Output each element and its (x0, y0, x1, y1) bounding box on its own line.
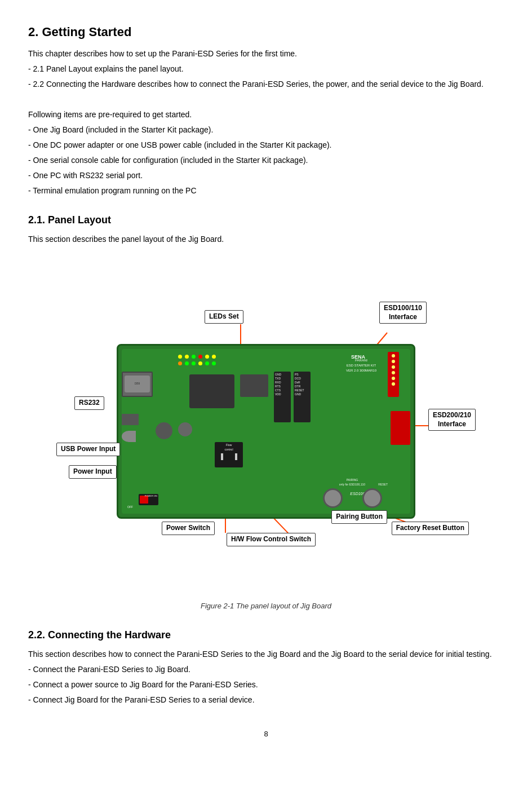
esd200-connector (391, 411, 410, 445)
esd100-label: ESD100/110Interface (379, 302, 427, 324)
power-switch-component: POWER ON (139, 494, 158, 505)
power-switch-label: Power Switch (162, 522, 215, 535)
connecting-section: This section describes how to connect th… (28, 648, 504, 706)
intro-p1: This chapter describes how to set up the… (28, 48, 504, 60)
pairing-button-component (323, 488, 343, 508)
main-chip (189, 374, 234, 408)
intro-p8: - One serial console cable for configura… (28, 154, 504, 166)
intro-p3: - 2.2 Connecting the Hardware describes … (28, 78, 504, 90)
intro-p9: - One PC with RS232 serial port. (28, 170, 504, 182)
chip2 (240, 374, 268, 397)
dc-jack (122, 431, 136, 442)
intro-blank (28, 94, 504, 105)
usb-power-label: USB Power Input (56, 443, 120, 456)
intro-p7: - One DC power adapter or one USB power … (28, 139, 504, 151)
intro-section: This chapter describes how to set up the… (28, 48, 504, 197)
intro-p5: Following items are pre-required to get … (28, 109, 504, 121)
intro-p6: - One Jig Board (included in the Starter… (28, 124, 504, 136)
connecting-p2: - Connect the Parani-ESD Series to Jig B… (28, 664, 504, 675)
connecting-p4: - Connect Jig Board for the Parani-ESD S… (28, 694, 504, 706)
pin-header: GNDTXDRXDRTSCTSVDD (274, 372, 291, 422)
leds-set-label: LEDs Set (205, 310, 243, 324)
esd200-label: ESD200/210Interface (428, 409, 476, 431)
connecting-p1: This section describes how to connect th… (28, 648, 504, 660)
factory-reset-label: Factory Reset Button (392, 522, 469, 535)
intro-p10: - Terminal emulation program running on … (28, 185, 504, 197)
esd100-connector (388, 352, 399, 397)
rs232-connector: DB9 (122, 372, 153, 397)
hw-flow-label: H/W Flow Control Switch (227, 533, 316, 546)
panel-layout-heading: 2.1. Panel Layout (28, 213, 504, 228)
pairing-button-label: Pairing Button (331, 510, 387, 524)
main-heading: 2. Getting Started (28, 23, 504, 41)
led-row (178, 355, 216, 359)
page-number: 8 (28, 728, 504, 740)
pin-header2: PSDCDDsRDTRRESETGND (294, 372, 311, 422)
connecting-p3: - Connect a power source to Jig Board fo… (28, 679, 504, 691)
intro-p2: - 2.1 Panel Layout explains the panel la… (28, 63, 504, 75)
power-input-label: Power Input (69, 465, 117, 479)
rs232-label: RS232 (74, 396, 104, 410)
flow-control-switch: Flowcontrol (215, 442, 243, 467)
factory-reset-button-component (362, 488, 382, 508)
usb-connector (122, 414, 139, 425)
connecting-heading: 2.2. Connecting the Hardware (28, 628, 504, 643)
panel-layout-desc: This section describes the panel layout … (28, 233, 504, 245)
figure-container: SENA PARANIESD STARTER KITVER 2.0 300MAR… (52, 257, 480, 595)
figure-caption: Figure 2-1 The panel layout of Jig Board (28, 601, 504, 612)
pcb-board: SENA PARANIESD STARTER KITVER 2.0 300MAR… (117, 344, 415, 519)
